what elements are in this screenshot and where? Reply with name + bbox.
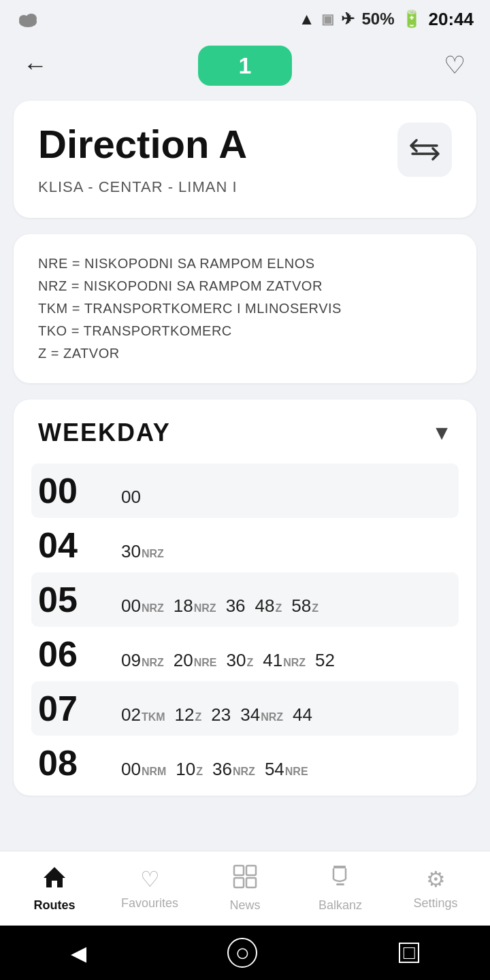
- wifi-icon: ▲: [299, 10, 315, 29]
- hour-label: 07: [38, 691, 113, 726]
- top-nav: ← 1 ♡: [0, 38, 490, 93]
- minute-number: 12: [175, 704, 195, 725]
- hour-label: 05: [38, 582, 113, 617]
- minute-superscript: Z: [246, 657, 253, 669]
- direction-title: Direction A: [38, 122, 247, 166]
- minute-superscript: NRZ: [142, 602, 164, 615]
- route-badge: 1: [198, 46, 293, 86]
- nav-item-news[interactable]: News: [204, 864, 286, 913]
- minute-superscript: NRZ: [261, 711, 283, 723]
- android-nav: ◀ ○ □: [0, 926, 490, 980]
- legend-card: NRE = NISKOPODNI SA RAMPOM ELNOS NRZ = N…: [14, 234, 476, 383]
- time-row: 0500NRZ18NRZ3648Z58Z: [31, 572, 459, 627]
- settings-icon: ⚙: [426, 866, 446, 892]
- time-row: 0430NRZ: [38, 518, 452, 572]
- minute-item: 18NRZ: [174, 595, 216, 617]
- minute-superscript: NRE: [194, 657, 217, 669]
- swap-icon: [410, 137, 440, 162]
- routes-icon: [42, 864, 67, 894]
- nav-item-routes[interactable]: Routes: [14, 864, 95, 913]
- minute-superscript: NRZ: [283, 657, 306, 669]
- minute-item: 09NRZ: [121, 650, 164, 671]
- android-back[interactable]: ◀: [71, 941, 86, 965]
- minute-item: 36NRZ: [212, 759, 255, 780]
- minute-item: 00: [121, 487, 141, 508]
- minute-number: 36: [226, 595, 246, 617]
- hour-label: 08: [38, 745, 113, 781]
- minute-item: 41NRZ: [263, 650, 306, 671]
- direction-header: Direction A KLISA - CENTAR - LIMAN I: [38, 122, 452, 196]
- minute-item: 54NRE: [265, 759, 308, 780]
- minute-item: 44: [293, 704, 312, 725]
- legend-item-tko: TKO = TRANSPORTKOMERC: [38, 323, 452, 339]
- minute-number: 44: [293, 704, 312, 725]
- minute-item: 23: [211, 704, 231, 725]
- schedule-header: WEEKDAY ▼: [38, 419, 452, 447]
- minute-item: 34NRZ: [240, 704, 283, 725]
- battery-level: 50%: [361, 10, 394, 29]
- minute-superscript: Z: [195, 711, 202, 723]
- minute-number: 00: [121, 595, 141, 617]
- nav-item-balkanz[interactable]: Balkanz: [299, 864, 381, 913]
- minutes-list: 09NRZ20NRE30Z41NRZ52: [121, 650, 335, 671]
- minute-number: 30: [121, 541, 141, 562]
- svg-rect-8: [234, 878, 244, 887]
- nav-item-favourites[interactable]: ♡ Favourites: [109, 866, 191, 911]
- schedule-title: WEEKDAY: [38, 419, 171, 447]
- status-bar: ▲ ▣ ✈ 50% 🔋 20:44: [0, 0, 490, 38]
- balkanz-icon: [328, 864, 353, 894]
- minute-superscript: Z: [312, 602, 318, 615]
- minute-superscript: NRE: [285, 766, 308, 778]
- minute-number: 00: [121, 759, 141, 780]
- svg-rect-6: [234, 866, 244, 875]
- settings-label: Settings: [413, 896, 457, 911]
- favourites-icon: ♡: [140, 866, 160, 892]
- status-left: [16, 10, 39, 29]
- android-recents[interactable]: □: [399, 943, 419, 963]
- bottom-nav: Routes ♡ Favourites News Balkanz: [0, 851, 490, 926]
- minute-item: 58Z: [291, 595, 318, 617]
- swap-direction-button[interactable]: [397, 122, 452, 177]
- back-button[interactable]: ←: [16, 46, 54, 84]
- time-rows: 00000430NRZ0500NRZ18NRZ3648Z58Z0609NRZ20…: [38, 463, 452, 790]
- minute-item: 02TKM: [121, 704, 165, 725]
- minute-number: 58: [291, 595, 311, 617]
- schedule-card: WEEKDAY ▼ 00000430NRZ0500NRZ18NRZ3648Z58…: [14, 399, 476, 796]
- minute-superscript: NRM: [142, 766, 166, 778]
- hour-label: 00: [38, 473, 113, 508]
- heart-icon: ♡: [444, 51, 466, 80]
- schedule-dropdown-button[interactable]: ▼: [431, 421, 452, 444]
- direction-subtitle: KLISA - CENTAR - LIMAN I: [38, 178, 247, 196]
- minute-number: 52: [315, 650, 335, 671]
- favourite-button[interactable]: ♡: [436, 46, 474, 84]
- minute-superscript: NRZ: [194, 602, 216, 615]
- balkanz-label: Balkanz: [318, 898, 362, 913]
- news-label: News: [229, 898, 260, 913]
- battery-icon: 🔋: [402, 10, 422, 29]
- minute-number: 41: [263, 650, 282, 671]
- time-row: 0609NRZ20NRE30Z41NRZ52: [38, 627, 452, 681]
- minute-number: 48: [255, 595, 275, 617]
- minute-number: 10: [176, 759, 195, 780]
- svg-marker-5: [44, 867, 65, 887]
- minute-item: 30Z: [227, 650, 254, 671]
- android-home[interactable]: ○: [227, 938, 257, 968]
- minute-item: 30NRZ: [121, 541, 164, 562]
- minutes-list: 30NRZ: [121, 541, 164, 562]
- nav-item-settings[interactable]: ⚙ Settings: [395, 866, 476, 911]
- minutes-list: 02TKM12Z2334NRZ44: [121, 704, 312, 725]
- legend-item-z: Z = ZATVOR: [38, 346, 452, 361]
- cup-icon: [328, 864, 353, 889]
- routes-label: Routes: [33, 898, 75, 913]
- direction-card: Direction A KLISA - CENTAR - LIMAN I: [14, 101, 476, 218]
- back-icon: ←: [23, 51, 48, 80]
- sim-icon: ▣: [321, 11, 334, 27]
- minute-number: 30: [227, 650, 246, 671]
- minute-superscript: Z: [275, 602, 282, 615]
- minute-item: 12Z: [175, 704, 202, 725]
- minute-superscript: NRZ: [142, 548, 164, 560]
- legend-item-nrz: NRZ = NISKOPODNI SA RAMPOM ZATVOR: [38, 278, 452, 294]
- minute-number: 00: [121, 487, 141, 508]
- time-row: 0800NRM10Z36NRZ54NRE: [38, 736, 452, 790]
- svg-rect-7: [246, 866, 256, 875]
